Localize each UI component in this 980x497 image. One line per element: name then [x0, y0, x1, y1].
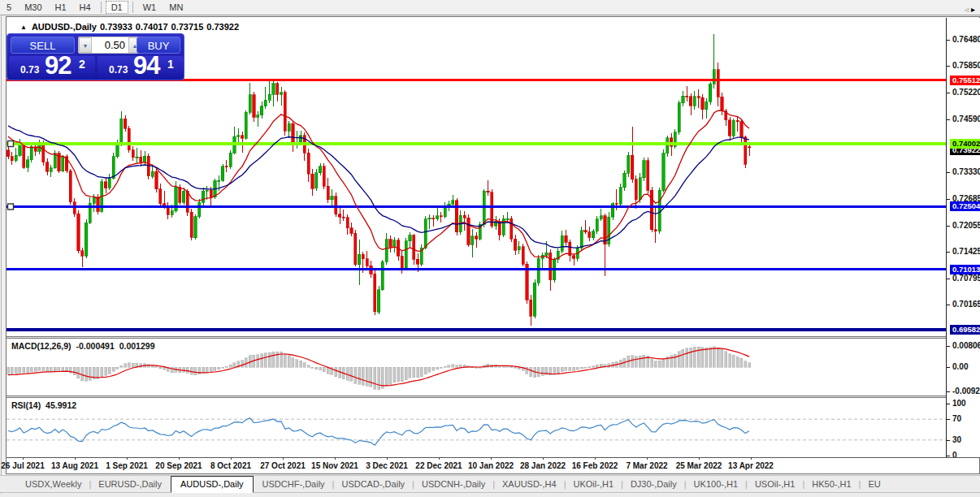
ohlc-high: 0.74017	[136, 22, 168, 32]
one-click-trading-panel: SELL ▼ ▲ BUY 0.73 92 2 0.73 94 1	[7, 33, 184, 80]
price-tick-label: 0.75850	[952, 61, 980, 70]
price-tick-label: 0.70165	[952, 300, 980, 309]
macd-tick-label: 0.008065	[952, 341, 980, 350]
chart-tab-audusd-daily[interactable]: AUDUSD-,Daily	[171, 476, 254, 493]
price-tick-mark	[947, 199, 950, 200]
chart-tab-eu[interactable]: EU	[861, 477, 887, 492]
volume-input[interactable]	[92, 37, 128, 53]
price-badge: 0.74002	[950, 139, 980, 149]
rsi-tick-mark	[947, 456, 950, 456]
timeframe-button-h1[interactable]: H1	[50, 2, 72, 13]
timeframe-button-mn[interactable]: MN	[163, 2, 189, 13]
macd-main-value: -0.000491	[76, 341, 114, 351]
tab-scroll-right-icon[interactable]: ▸	[971, 5, 978, 14]
price-tick-mark	[947, 279, 950, 279]
date-tick-mark	[283, 457, 284, 460]
sell-price-digits: 92	[45, 56, 71, 79]
timeframe-button-w1[interactable]: W1	[137, 2, 163, 13]
price-tick-mark	[947, 226, 950, 227]
date-tick-mark	[127, 457, 128, 460]
date-label: 26 Jul 2021	[1, 461, 44, 470]
buy-price-quote[interactable]: 0.73 94 1	[98, 56, 184, 79]
chart-tab-ukoil-h1[interactable]: UKOil-,H1	[566, 477, 622, 492]
status-strip	[0, 494, 980, 497]
date-label: 7 Mar 2022	[626, 461, 667, 470]
sell-button[interactable]: SELL	[11, 37, 75, 54]
date-tick-mark	[75, 457, 76, 460]
window-frame-edge	[1, 16, 2, 495]
price-tick-label: 0.76480	[952, 35, 980, 44]
price-tick-mark	[947, 93, 950, 93]
date-label: 20 Sep 2021	[155, 461, 202, 470]
date-tick-mark	[751, 457, 752, 460]
chart-tab-eurusd-daily[interactable]: EURUSD-,Daily	[91, 477, 169, 492]
rsi-line	[8, 418, 749, 445]
rsi-tick-mark	[947, 419, 950, 420]
date-label: 16 Feb 2022	[572, 461, 618, 470]
toolbar-separator	[101, 2, 102, 13]
rsi-tick-label: 100	[952, 399, 966, 408]
rsi-label: RSI(14) 45.9912	[11, 400, 79, 410]
date-label: 1 Sep 2021	[106, 461, 148, 470]
date-tick-mark	[179, 457, 180, 460]
timeframe-button-h4[interactable]: H4	[74, 2, 97, 13]
chart-tab-hk50-h1[interactable]: HK50-,H1	[804, 477, 858, 492]
buy-price-prefix: 0.73	[109, 64, 128, 76]
timeframe-button-5[interactable]: 5	[1, 2, 17, 13]
hline-handle[interactable]	[8, 204, 14, 210]
date-label: 3 Dec 2021	[366, 461, 408, 470]
rsi-name: RSI(14)	[11, 400, 41, 410]
chart-tab-uk100-h1[interactable]: UK100-,H1	[687, 477, 745, 492]
macd-tick-label: 0.00	[952, 362, 968, 371]
price-badge: 0.72504	[950, 201, 980, 211]
time-axis[interactable]: 26 Jul 202113 Aug 20211 Sep 202120 Sep 2…	[7, 458, 946, 473]
chart-tab-dj30-daily[interactable]: DJ30-,Daily	[623, 477, 684, 492]
date-label: 25 Mar 2022	[676, 461, 722, 470]
date-label: 13 Apr 2022	[728, 461, 774, 470]
price-axis[interactable]: 0.764800.758500.752200.745900.733300.726…	[947, 18, 980, 457]
price-tick-label: 0.72055	[952, 221, 980, 230]
buy-button[interactable]: BUY	[137, 37, 180, 54]
timeframe-button-d1[interactable]: D1	[106, 1, 128, 14]
rsi-indicator-canvas	[7, 398, 946, 457]
timeframe-button-m30[interactable]: M30	[19, 2, 47, 13]
rsi-tick-label: 70	[952, 414, 961, 423]
symbol-arrow-icon: ▲	[20, 24, 27, 31]
macd-name: MACD(12,26,9)	[11, 341, 72, 351]
date-label: 27 Oct 2021	[260, 461, 306, 470]
chart-tab-xauusd-h4[interactable]: XAUUSD-,H4	[495, 477, 564, 492]
chart-tab-usdchf-daily[interactable]: USDCHF-,Daily	[255, 477, 332, 492]
ohlc-close: 0.73922	[206, 22, 239, 32]
volume-decrease-icon[interactable]: ▼	[79, 37, 92, 53]
price-tick-mark	[947, 172, 950, 173]
chart-tab-usoil-h1[interactable]: USOil-,H1	[748, 477, 803, 492]
chart-tab-usdcad-daily[interactable]: USDCAD-,Daily	[334, 477, 412, 492]
horizontal-level-lines[interactable]	[7, 80, 946, 330]
sell-price-quote[interactable]: 0.73 92 2	[9, 56, 95, 79]
tab-scroll-left-icon[interactable]: ◃	[965, 5, 971, 14]
rsi-tick-mark	[947, 440, 950, 441]
chart-tab-usdx-weekly[interactable]: USDX,Weekly	[18, 477, 89, 492]
chart-tab-usdcnh-daily[interactable]: USDCNH-,Daily	[414, 477, 492, 492]
rsi-tick-label: 0	[952, 451, 957, 457]
toolbar-separator	[132, 2, 133, 13]
price-tick-label: 0.70795	[952, 274, 980, 283]
price-tick-label: 0.73330	[952, 167, 980, 176]
chart-tab-bar: USDX,Weekly|EURUSD-,DailyAUDUSD-,DailyUS…	[0, 475, 980, 493]
date-tick-mark	[647, 457, 648, 460]
rsi-value: 45.9912	[46, 400, 76, 410]
date-label: 10 Jan 2022	[468, 461, 514, 470]
price-tick-label: 0.74590	[952, 115, 980, 123]
macd-tick-mark	[947, 346, 950, 347]
sell-price-prefix: 0.73	[20, 64, 39, 76]
date-tick-mark	[23, 457, 24, 460]
macd-label: MACD(12,26,9) -0.000491 0.001299	[11, 341, 157, 351]
date-tick-mark	[595, 457, 596, 460]
hline-handle[interactable]	[8, 141, 14, 147]
sell-price-pip: 2	[79, 58, 85, 71]
timeframe-toolbar: 5M30H1H4D1W1MN	[0, 0, 980, 15]
chart-symbol-label: AUDUSD-,Daily	[32, 22, 97, 32]
ohlc-low: 0.73715	[171, 22, 204, 32]
price-tick-label: 0.75220	[952, 88, 980, 97]
macd-tick-mark	[947, 391, 950, 392]
